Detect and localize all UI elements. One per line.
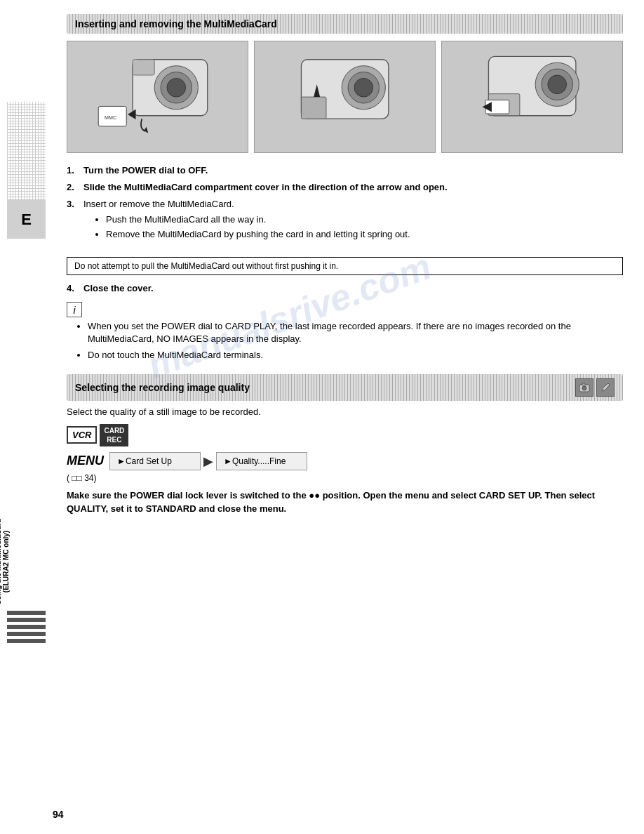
menu-arrow-icon: ▶ [203,454,213,469]
menu-item-2: ►Quality.....Fine [224,456,286,466]
card-label-line2: REC [107,436,121,444]
menu-ref-text: ( □□ 34) [67,473,97,483]
menu-diagram-row: MENU ►Card Set Up ▶ ►Quality.....Fine [67,452,623,470]
vcr-badge: VCR [67,426,97,444]
menu-ref: ( □□ 34) [67,473,623,483]
menu-label: MENU [67,454,104,468]
sidebar-text-line2: (ELURA2 MC only) [2,531,10,593]
step-4-text: Close the cover. [83,282,623,295]
section2-header: Selecting the recording image quality [67,374,623,401]
sidebar-line [7,639,46,643]
sidebar-letter-box: E [7,200,46,239]
svg-text:MMC: MMC [105,115,116,121]
step-1-num: 1. [67,164,81,177]
page-number: 94 [53,809,64,820]
svg-marker-7 [128,110,136,119]
step-1-text: Turn the POWER dial to OFF. [83,164,623,177]
menu-box-2: ►Quality.....Fine [216,452,307,470]
notes-section: i When you set the POWER dial to CARD PL… [67,302,623,362]
section1-title: Inserting and removing the MultiMediaCar… [75,18,277,29]
section2-title: Selecting the recording image quality [75,382,250,393]
section2-icons [575,378,615,397]
badge-row: VCR CARD REC [67,424,623,446]
menu-item-1: ►Card Set Up [117,456,172,466]
step-3-sub-1: Push the MultiMediaCard all the way in. [106,213,623,226]
step-4: 4. Close the cover. [67,282,623,295]
warning-text: Do not attempt to pull the MultiMediaCar… [74,261,338,271]
svg-point-18 [548,75,567,94]
sidebar-letter: E [21,211,32,229]
steps-container: 1. Turn the POWER dial to OFF. 2. Slide … [67,164,623,243]
note-2: Do not touch the MultiMediaCard terminal… [88,349,623,362]
quality-intro: Select the quality of a still image to b… [67,406,623,417]
camera-image-1: MMC [67,41,248,153]
svg-point-12 [354,78,373,97]
sidebar-line [7,611,46,615]
step-3-num: 3. [67,198,81,243]
camera-images-row: MMC [67,41,623,153]
svg-point-23 [582,386,586,390]
sidebar-line [7,618,46,622]
left-sidebar: E [0,0,53,834]
note-icon: i [67,302,82,317]
pen-icon-box [596,378,615,397]
card-rec-badge: CARD REC [100,424,128,446]
bold-paragraph: Make sure the POWER dial lock lever is s… [67,489,623,516]
svg-rect-13 [301,97,326,119]
vcr-label: VCR [72,430,91,440]
sidebar-line [7,625,46,629]
note-1: When you set the POWER dial to CARD PLAY… [88,320,623,345]
step-3: 3. Insert or remove the MultiMediaCard. … [67,198,623,243]
svg-rect-24 [582,383,585,385]
step-2-num: 2. [67,181,81,194]
step-2-text: Slide the MultiMediaCard compartment cov… [83,181,623,194]
sidebar-lines [7,611,46,643]
sidebar-grid-top [7,102,46,200]
step-3-sub-2: Remove the MultiMediaCard by pushing the… [106,228,623,241]
card-label-line1: CARD [104,427,124,435]
step-1: 1. Turn the POWER dial to OFF. [67,164,623,177]
sidebar-rotated-text: Using the MultiMediaCard (ELURA2 MC only… [0,491,10,632]
step-4-num: 4. [67,282,81,295]
step-2: 2. Slide the MultiMediaCard compartment … [67,181,623,194]
sidebar-line [7,632,46,636]
step-3-subs: Push the MultiMediaCard all the way in. … [95,213,623,241]
camera-icon-box [575,378,593,397]
svg-point-3 [167,78,186,97]
menu-box-1: ►Card Set Up [109,452,201,470]
main-content: Inserting and removing the MultiMediaCar… [53,0,644,530]
camera-image-2 [254,41,436,153]
svg-rect-4 [133,60,154,75]
camera-image-3 [441,41,623,153]
warning-box: Do not attempt to pull the MultiMediaCar… [67,257,623,275]
section1-header: Inserting and removing the MultiMediaCar… [67,14,623,34]
step-3-text: Insert or remove the MultiMediaCard. [83,199,234,209]
svg-marker-8 [144,127,148,133]
notes-list: When you set the POWER dial to CARD PLAY… [74,320,623,362]
